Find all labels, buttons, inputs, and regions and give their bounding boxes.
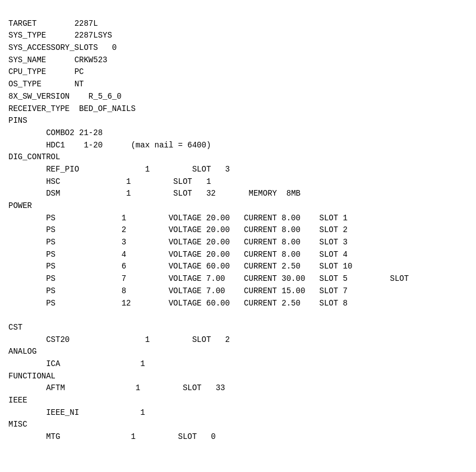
cst20-name: CST20 (46, 335, 70, 344)
power-label: POWER (8, 201, 32, 210)
cpu-type-label: CPU_TYPE (8, 67, 46, 76)
ica-name: ICA (46, 359, 60, 368)
dsm-slot-val: 32 (206, 189, 216, 198)
mtg-name: MTG (46, 432, 60, 441)
hsc-slot-val: 1 (206, 177, 211, 186)
dsm-qty: 1 (126, 189, 131, 198)
misc-label: MISC (8, 420, 27, 429)
cpu-type-row: CPU_TYPE PC (8, 67, 84, 76)
sys-name-row: SYS_NAME CRKW523 (8, 55, 107, 64)
power-row: PS 4 VOLTAGE 20.00 CURRENT 8.00 SLOT 4 (46, 250, 366, 259)
dsm-name: DSM (46, 189, 60, 198)
mtg-slot-val: 0 (211, 432, 215, 441)
ref-pio-name: REF_PIO (46, 165, 79, 174)
lower-content: CST CST20 1 SLOT 2 ANALOG ICA 1 FUNCTION… (8, 309, 468, 443)
os-type-label: OS_TYPE (8, 80, 41, 89)
power-row: PS 6 VOLTAGE 60.00 CURRENT 2.50 SLOT 10 (46, 262, 366, 271)
receiver-type-value: BED_OF_NAILS (79, 104, 136, 113)
sys-name-label: SYS_NAME (8, 55, 46, 64)
cpu-type-value: PC (75, 67, 84, 76)
hdc1-value: 1-20 (84, 141, 103, 150)
target-row: TARGET 2287L (8, 19, 98, 28)
cst20-qty: 1 (145, 335, 150, 344)
hsc-slot-label: SLOT (173, 177, 192, 186)
power-section: PS 1 VOLTAGE 20.00 CURRENT 8.00 SLOT 1 P… (8, 212, 468, 310)
aftm-slot-label: SLOT (183, 383, 202, 392)
power-row: PS 3 VOLTAGE 20.00 CURRENT 8.00 SLOT 3 (46, 238, 366, 247)
dsm-memory-label: MEMORY (249, 189, 277, 198)
mtg-slot-label: SLOT (178, 432, 197, 441)
sys-type-value: 2287LSYS (75, 31, 112, 40)
ieee-label: IEEE (8, 396, 27, 405)
power-row: PS 1 VOLTAGE 20.00 CURRENT 8.00 SLOT 1 (46, 214, 366, 223)
combo2-value: 21-28 (79, 128, 103, 137)
aftm-slot-val: 33 (216, 383, 225, 392)
dig-control-label: DIG_CONTROL (8, 152, 60, 161)
cst20-slot-val: 2 (225, 335, 230, 344)
hdc1-label: HDC1 (46, 141, 65, 150)
target-value: 2287L (75, 19, 98, 28)
hsc-name: HSC (46, 177, 60, 186)
sys-type-row: SYS_TYPE 2287LSYS (8, 31, 112, 40)
dsm-memory-val: 8MB (286, 189, 301, 198)
hsc-qty: 1 (126, 177, 131, 186)
sys-type-label: SYS_TYPE (8, 31, 46, 40)
ieee-ni-name: IEEE_NI (46, 408, 79, 417)
aftm-name: AFTM (46, 383, 65, 392)
sw-version-row: 8X_SW_VERSION R_5_6_0 (8, 92, 122, 101)
main-content: TARGET 2287L SYS_TYPE 2287LSYS SYS_ACCES… (8, 6, 468, 212)
ieee-ni-qty: 1 (140, 408, 145, 417)
combo2-label: COMBO2 (46, 128, 74, 137)
os-type-value: NT (75, 80, 84, 89)
hdc1-extra: (max nail = 6400) (131, 141, 211, 150)
ref-pio-slot-val: 3 (225, 165, 230, 174)
ref-pio-slot-label: SLOT (192, 165, 211, 174)
aftm-qty: 1 (136, 383, 140, 392)
dsm-slot-label: SLOT (173, 189, 192, 198)
ref-pio-qty: 1 (145, 165, 150, 174)
mtg-qty: 1 (131, 432, 135, 441)
analog-label: ANALOG (8, 347, 36, 356)
sw-version-value: R_5_6_0 (89, 92, 122, 101)
sys-name-value: CRKW523 (75, 55, 108, 64)
sys-accessory-row: SYS_ACCESSORY_SLOTS 0 (8, 43, 117, 52)
os-type-row: OS_TYPE NT (8, 80, 84, 89)
power-row: PS 8 VOLTAGE 7.00 CURRENT 15.00 SLOT 7 (46, 286, 366, 295)
power-row: PS 7 VOLTAGE 7.00 CURRENT 30.00 SLOT 5 S… (46, 274, 409, 283)
power-row: PS 12 VOLTAGE 60.00 CURRENT 2.50 SLOT 8 (46, 299, 366, 308)
sys-accessory-label: SYS_ACCESSORY_SLOTS (8, 43, 98, 52)
functional-label: FUNCTIONAL (8, 372, 56, 381)
ica-qty: 1 (140, 359, 145, 368)
cst20-slot-label: SLOT (192, 335, 211, 344)
target-label: TARGET (8, 19, 36, 28)
power-row: PS 2 VOLTAGE 20.00 CURRENT 8.00 SLOT 2 (46, 225, 366, 234)
pins-label: PINS (8, 116, 27, 125)
sys-accessory-value: 0 (112, 43, 117, 52)
sw-version-label: 8X_SW_VERSION (8, 92, 70, 101)
receiver-type-row: RECEIVER_TYPE BED_OF_NAILS (8, 104, 136, 113)
cst-label: CST (8, 323, 22, 332)
receiver-type-label: RECEIVER_TYPE (8, 104, 70, 113)
